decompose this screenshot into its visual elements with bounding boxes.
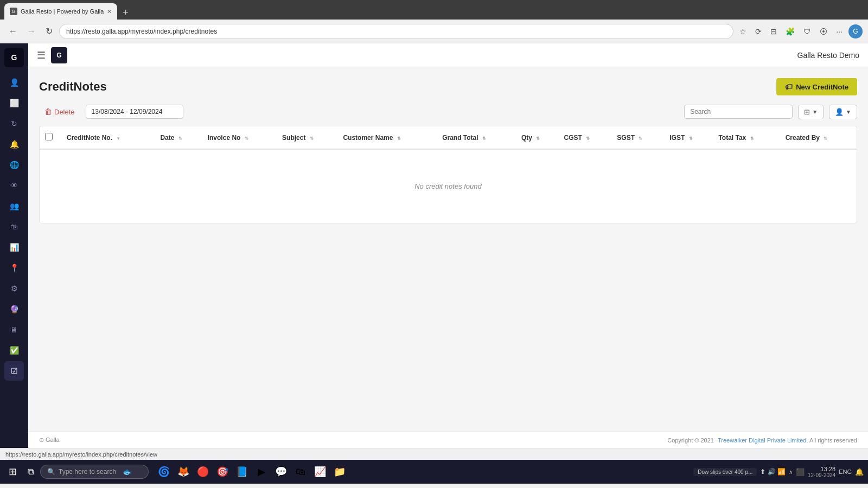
taskbar-app-mozilla[interactable]: 🔴 — [194, 463, 212, 480]
active-tab[interactable]: G Galla Resto | Powered by Galla ✕ — [4, 3, 117, 20]
browser-action-more[interactable]: ··· — [833, 25, 845, 38]
company-link[interactable]: Treewalker Digital Private Limited. — [718, 437, 808, 444]
new-credit-note-button[interactable]: 🏷 New CreditNote — [776, 78, 857, 95]
new-tab-button[interactable]: + — [119, 7, 132, 18]
browser-action-star[interactable]: ☆ — [737, 25, 749, 38]
reload-button[interactable]: ↻ — [42, 24, 56, 38]
user-filter-button[interactable]: 👤 ▼ — [829, 105, 857, 119]
url-text: https://resto.galla.app/myresto/index.ph… — [66, 28, 217, 35]
person-icon: 👤 — [835, 108, 844, 116]
sort-icon-creditnote: ▼ — [116, 136, 120, 141]
hamburger-button[interactable]: ☰ — [37, 49, 46, 61]
taskbar-app-store[interactable]: 🛍 — [292, 463, 309, 480]
taskbar-app-firefox[interactable]: 🦊 — [175, 463, 192, 480]
browser-profile[interactable]: G — [848, 24, 863, 38]
col-created-by[interactable]: Created By ⇅ — [780, 126, 857, 149]
delete-button[interactable]: 🗑 Delete — [39, 104, 80, 119]
notification-button[interactable]: 🔔 — [855, 468, 864, 476]
taskbar-app-facebook[interactable]: 📘 — [233, 463, 251, 480]
sort-icon-qty: ⇅ — [536, 136, 540, 141]
sidebar-item-refresh[interactable]: ↻ — [4, 114, 24, 133]
language-indicator: ENG — [839, 468, 852, 475]
tray-icons: ⬆ 🔊 📶 — [760, 468, 786, 476]
col-igst[interactable]: IGST ⇅ — [664, 126, 713, 149]
browser-action-split[interactable]: ⊟ — [768, 25, 780, 38]
col-invoice-no-label: Invoice No — [208, 134, 241, 142]
col-creditnote-no[interactable]: CreditNote No. ▼ — [61, 126, 155, 149]
date-range-input[interactable] — [86, 105, 183, 119]
task-view-button[interactable]: ⧉ — [23, 465, 38, 479]
col-qty[interactable]: Qty ⇅ — [516, 126, 559, 149]
copyright-text: Copyright © 2021 — [667, 437, 714, 444]
sidebar-logo[interactable]: G — [4, 48, 24, 67]
taskbar-app-skype[interactable]: 💬 — [272, 463, 290, 480]
col-date[interactable]: Date ⇅ — [155, 126, 202, 149]
address-bar[interactable]: https://resto.galla.app/myresto/index.ph… — [59, 24, 733, 39]
page-header: CreditNotes 🏷 New CreditNote — [39, 78, 857, 95]
sort-icon-sgst: ⇅ — [639, 136, 642, 141]
chevron-up-icon[interactable]: ∧ — [789, 469, 793, 475]
forward-button[interactable]: → — [24, 24, 39, 38]
browser-tab-bar: G Galla Resto | Powered by Galla ✕ + — [0, 0, 868, 20]
browser-action-extensions[interactable]: 🧩 — [783, 25, 797, 38]
taskbar-app-finance[interactable]: 📈 — [311, 463, 329, 480]
sidebar-item-layers[interactable]: ⬜ — [4, 93, 24, 113]
col-total-tax[interactable]: Total Tax ⇅ — [713, 126, 780, 149]
sort-icon-igst: ⇅ — [689, 136, 693, 141]
sidebar-item-user[interactable]: 👤 — [4, 73, 24, 92]
rights-text: All rights reserved — [809, 437, 857, 444]
address-bar-row: ← → ↻ https://resto.galla.app/myresto/in… — [0, 20, 868, 43]
new-button-label: New CreditNote — [796, 83, 848, 91]
sidebar-item-globe[interactable]: 🌐 — [4, 155, 24, 175]
browser-action-copilot[interactable]: ⦿ — [817, 25, 830, 38]
sidebar-item-monitor[interactable]: 🖥 — [4, 320, 24, 339]
date-display: 12-09-2024 — [808, 472, 835, 478]
delete-label: Delete — [54, 108, 75, 116]
clock-display: 13:28 12-09-2024 — [808, 466, 835, 478]
browser-action-shield[interactable]: 🛡 — [801, 25, 814, 38]
view-toggle-button[interactable]: ⊞ ▼ — [798, 105, 824, 119]
start-button[interactable]: ⊞ — [4, 464, 21, 480]
sidebar-item-check2[interactable]: ☑ — [4, 361, 24, 381]
select-all-checkbox[interactable] — [45, 133, 53, 140]
sidebar-item-location[interactable]: 📍 — [4, 258, 24, 278]
footer-logo: ⊙ Galla — [39, 436, 60, 444]
search-bar[interactable]: 🔍 Type here to search 🐟 — [40, 465, 149, 479]
col-customer-name[interactable]: Customer Name ⇅ — [337, 126, 437, 149]
search-input[interactable] — [684, 105, 793, 119]
app-title: Galla Resto Demo — [797, 51, 859, 60]
col-grand-total-label: Grand Total — [442, 134, 478, 142]
sidebar-item-filter[interactable]: 🔮 — [4, 299, 24, 319]
col-created-by-label: Created By — [786, 134, 820, 142]
select-all-header — [40, 126, 61, 149]
col-grand-total[interactable]: Grand Total ⇅ — [437, 126, 516, 149]
page-content: CreditNotes 🏷 New CreditNote 🗑 Delete ⊞ … — [28, 67, 868, 432]
sidebar-item-bell[interactable]: 🔔 — [4, 134, 24, 154]
sidebar-item-bag[interactable]: 🛍 — [4, 217, 24, 236]
col-cgst[interactable]: CGST ⇅ — [558, 126, 611, 149]
tab-close-icon[interactable]: ✕ — [107, 8, 112, 15]
tab-favicon: G — [10, 8, 17, 15]
sidebar-item-users[interactable]: 👥 — [4, 196, 24, 216]
taskbar-app-youtube[interactable]: ▶ — [253, 463, 270, 480]
action-center-button[interactable]: ⬛ — [796, 468, 805, 476]
col-date-label: Date — [160, 134, 174, 142]
col-subject[interactable]: Subject ⇅ — [277, 126, 337, 149]
taskbar-app-chrome[interactable]: 🎯 — [214, 463, 231, 480]
footer-galla-icon: ⊙ Galla — [39, 436, 60, 444]
col-igst-label: IGST — [669, 134, 685, 142]
sidebar-item-check[interactable]: ✅ — [4, 341, 24, 360]
sort-icon-total-tax: ⇅ — [750, 136, 754, 141]
footer-copyright: Copyright © 2021 Treewalker Digital Priv… — [667, 437, 857, 444]
empty-state-row: No credit notes found — [40, 149, 857, 223]
sidebar-item-settings[interactable]: ⚙ — [4, 279, 24, 298]
back-button[interactable]: ← — [5, 24, 21, 38]
status-url: https://resto.galla.app/myresto/index.ph… — [5, 451, 157, 458]
taskbar-app-files[interactable]: 📁 — [331, 463, 348, 480]
col-sgst[interactable]: SGST ⇅ — [611, 126, 664, 149]
taskbar-app-edge[interactable]: 🌀 — [155, 463, 173, 480]
browser-action-refresh[interactable]: ⟳ — [752, 25, 764, 38]
sidebar-item-eye[interactable]: 👁 — [4, 176, 24, 195]
col-invoice-no[interactable]: Invoice No ⇅ — [202, 126, 277, 149]
sidebar-item-chart[interactable]: 📊 — [4, 237, 24, 257]
